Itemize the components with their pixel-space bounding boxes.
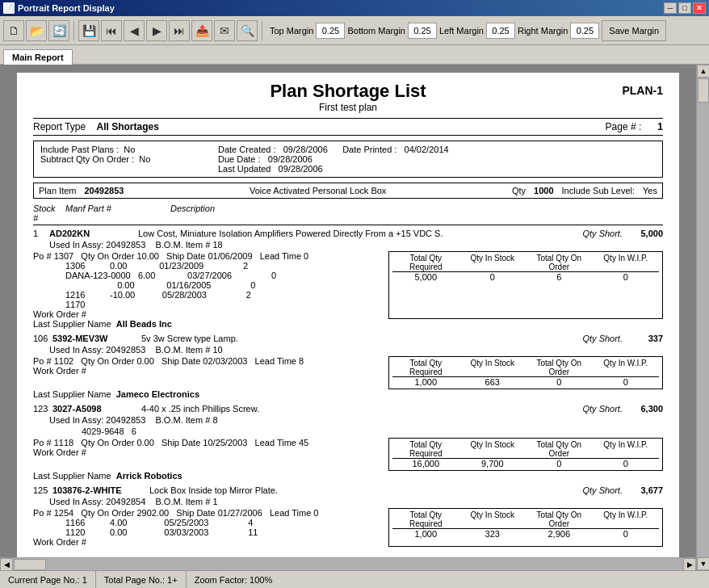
maximize-button[interactable]: □ — [678, 2, 691, 14]
right-margin-input[interactable] — [570, 23, 599, 39]
tab-area: Main Report — [0, 45, 709, 65]
info-left: Include Past Plans : No Subtract Qty On … — [40, 145, 218, 174]
report-page: Plan Shortage List First test plan PLAN-… — [17, 73, 679, 557]
title-bar: 📄 Portrait Report Display ─ □ ✕ — [0, 0, 709, 16]
vertical-scrollbar[interactable]: ▲ ▼ — [696, 65, 709, 570]
app-icon: 📄 — [3, 2, 15, 14]
page-number: Page # : 1 — [606, 121, 663, 132]
nav-next[interactable]: ▶ — [146, 20, 167, 41]
new-button[interactable]: 🗋 — [3, 20, 24, 41]
scroll-left-button[interactable]: ◀ — [0, 558, 13, 571]
plan-id: PLAN-1 — [622, 84, 663, 97]
scroll-thumb-h[interactable] — [14, 559, 46, 570]
open-button[interactable]: 📂 — [26, 20, 47, 41]
save-button[interactable]: 💾 — [78, 20, 99, 41]
scroll-thumb-v[interactable] — [698, 78, 709, 103]
sep1 — [73, 21, 74, 40]
search-button[interactable]: 🔍 — [237, 20, 258, 41]
top-margin-input[interactable] — [316, 23, 345, 39]
nav-last[interactable]: ⏭ — [169, 20, 190, 41]
bottom-margin-label: Bottom Margin — [347, 26, 405, 36]
bottom-margin-input[interactable] — [408, 23, 437, 39]
left-margin-label: Left Margin — [439, 26, 484, 36]
email-button[interactable]: ✉ — [214, 20, 235, 41]
nav-prev[interactable]: ◀ — [124, 20, 145, 41]
scroll-down-button[interactable]: ▼ — [697, 557, 709, 570]
window-title: Portrait Report Display — [18, 3, 115, 13]
report-type-label: Report Type — [33, 121, 86, 132]
scroll-track-v[interactable] — [697, 78, 709, 557]
scroll-track-h[interactable] — [13, 558, 683, 570]
content-scroll[interactable]: Plan Shortage List First test plan PLAN-… — [0, 65, 696, 557]
minimize-button[interactable]: ─ — [664, 2, 677, 14]
totals-box: Total Qty Required Qty In Stock Total Qt… — [388, 508, 663, 547]
main-area: Plan Shortage List First test plan PLAN-… — [0, 65, 709, 570]
totals-box: Total Qty Required Qty In Stock Total Qt… — [388, 438, 663, 471]
current-page-status: Current Page No.: 1 — [0, 571, 96, 588]
export-button[interactable]: 📤 — [191, 20, 212, 41]
list-item: 125 103876-2-WHITE Lock Box Inside top M… — [33, 485, 663, 547]
report-type-row: Report Type All Shortages — [33, 121, 159, 132]
zoom-status: Zoom Factor: 100% — [187, 571, 281, 588]
status-bar: Current Page No.: 1 Total Page No.: 1+ Z… — [0, 570, 709, 588]
report-title: Plan Shortage List — [33, 81, 663, 102]
left-margin-input[interactable] — [486, 23, 515, 39]
report-type-value: All Shortages — [97, 121, 159, 132]
close-button[interactable]: ✕ — [693, 2, 706, 14]
report-subtitle: First test plan — [33, 102, 663, 113]
save-margin-button[interactable]: Save Margin — [602, 20, 666, 41]
margin-group: Top Margin Bottom Margin Left Margin Rig… — [270, 20, 666, 41]
totals-box: Total Qty Required Qty In Stock Total Qt… — [388, 356, 663, 389]
list-item: 123 3027-A5098 4-40 x .25 inch Phillips … — [33, 404, 663, 482]
total-page-status: Total Page No.: 1+ — [96, 571, 187, 588]
list-item: 1 AD202KN Low Cost, Miniature Isolation … — [33, 229, 663, 330]
right-margin-label: Right Margin — [518, 26, 568, 36]
info-box: Include Past Plans : No Subtract Qty On … — [33, 141, 663, 178]
info-right: Date Created : 09/28/2006 Date Printed :… — [218, 145, 656, 174]
top-margin-label: Top Margin — [270, 26, 313, 36]
col-headers: Stock # Manf Part # Description — [33, 204, 663, 225]
list-item: 106 5392-MEV3W 5v 3w Screw type Lamp. Qt… — [33, 334, 663, 401]
scroll-right-button[interactable]: ▶ — [683, 558, 696, 571]
plan-item-row: Plan Item 20492853 Voice Activated Perso… — [33, 183, 663, 199]
scroll-up-button[interactable]: ▲ — [697, 65, 709, 78]
nav-first[interactable]: ⏮ — [101, 20, 122, 41]
refresh-button[interactable]: 🔄 — [48, 20, 69, 41]
tab-main-report[interactable]: Main Report — [3, 49, 73, 65]
toolbar: 🗋 📂 🔄 💾 ⏮ ◀ ▶ ⏭ 📤 ✉ 🔍 Top Margin Bottom … — [0, 16, 709, 45]
sep2 — [262, 21, 262, 40]
horizontal-scrollbar[interactable]: ◀ ▶ — [0, 557, 696, 570]
totals-box: Total Qty Required Qty In Stock Total Qt… — [388, 251, 663, 319]
